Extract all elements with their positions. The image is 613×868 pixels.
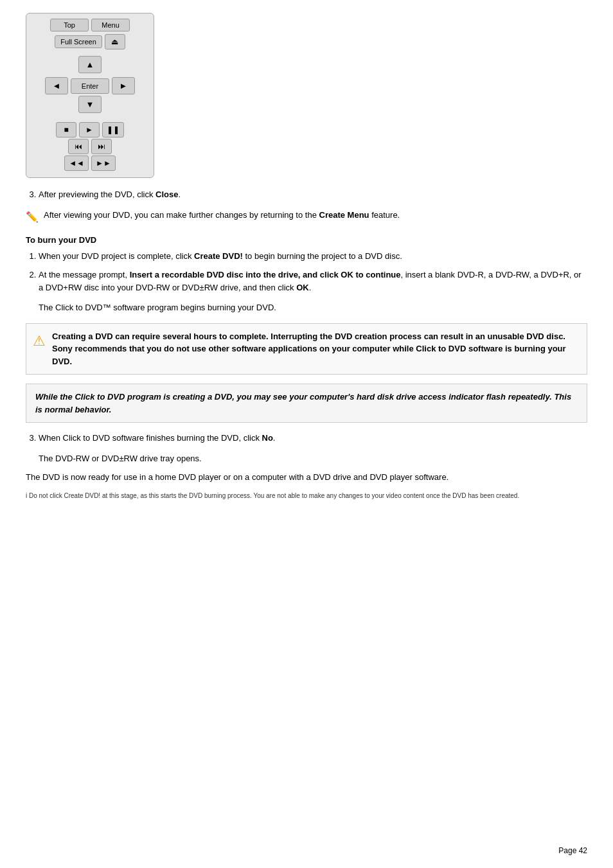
- burn-steps-list: When your DVD project is complete, click…: [26, 250, 587, 294]
- footnote: i Do not click Create DVD! at this stage…: [26, 492, 587, 500]
- remote-nav-section: ▲ ◄ Enter ► ▼: [31, 56, 148, 116]
- note1-end: feature.: [369, 210, 400, 220]
- click-to-dvd-para: The Click to DVD™ software program begin…: [39, 301, 587, 314]
- remote-left-button[interactable]: ◄: [45, 77, 68, 94]
- burn-step2-end: .: [309, 283, 312, 292]
- drive-tray-text: The DVD-RW or DVD±RW drive tray opens.: [39, 452, 587, 465]
- step3-end: .: [178, 190, 181, 199]
- note-pencil-icon: ✏️: [26, 209, 39, 225]
- remote-rewind-button[interactable]: ◄◄: [64, 155, 89, 171]
- step3-bold: Close: [155, 190, 178, 199]
- burn-step-3: When Click to DVD software finishes burn…: [39, 432, 587, 445]
- remote-fullscreen-button[interactable]: Full Screen: [55, 35, 102, 48]
- burn-step2-bold: Insert a recordable DVD disc into the dr…: [130, 270, 401, 279]
- remote-menu-button[interactable]: Menu: [91, 19, 130, 31]
- burn-steps-list-2: When Click to DVD software finishes burn…: [26, 432, 587, 445]
- burn-step1-after: to begin burning the project to a DVD di…: [243, 251, 402, 261]
- warning-text: Creating a DVD can require several hours…: [52, 330, 580, 368]
- remote-stop-button[interactable]: ■: [56, 122, 76, 137]
- info-text: While the Click to DVD program is creati…: [35, 392, 571, 414]
- burn-step1-bold: Create DVD!: [194, 251, 243, 261]
- remote-right-button[interactable]: ►: [112, 77, 135, 94]
- remote-play-button[interactable]: ►: [79, 122, 100, 137]
- step-3-preview: After previewing the DVD, click Close.: [39, 188, 587, 201]
- burn-step2-ok: OK: [296, 283, 309, 292]
- warning-icon: ⚠: [33, 330, 46, 351]
- page-number: Page 42: [558, 846, 587, 855]
- note-create-menu: ✏️ After viewing your DVD, you can make …: [26, 209, 587, 225]
- remote-down-button[interactable]: ▼: [78, 96, 102, 113]
- final-para: The DVD is now ready for use in a home D…: [26, 471, 587, 484]
- burn-step-2: At the message prompt, Insert a recordab…: [39, 269, 587, 294]
- dvd-remote-widget: Top Menu Full Screen ⏏ ▲ ◄ Enter ► ▼: [26, 13, 154, 178]
- remote-eject-button[interactable]: ⏏: [105, 34, 125, 49]
- warning-text-content: Creating a DVD can require several hours…: [52, 332, 566, 366]
- remote-next-chapter-button[interactable]: ⏭: [91, 139, 112, 154]
- burn-step1-before: When your DVD project is complete, click: [39, 251, 194, 261]
- burn-section-heading: To burn your DVD: [26, 235, 587, 245]
- remote-enter-button[interactable]: Enter: [71, 78, 109, 94]
- remote-up-button[interactable]: ▲: [78, 56, 102, 73]
- remote-top-button[interactable]: Top: [50, 19, 89, 31]
- step3-text: After previewing the DVD, click: [39, 190, 155, 199]
- burn-step3-end: .: [273, 433, 276, 443]
- burn-step3-bold: No: [262, 433, 273, 443]
- remote-prev-chapter-button[interactable]: ⏮: [68, 139, 89, 154]
- burn-step2-before: At the message prompt,: [39, 270, 130, 279]
- burn-step-1: When your DVD project is complete, click…: [39, 250, 587, 263]
- remote-pause-button[interactable]: ❚❚: [102, 122, 124, 137]
- warning-box: ⚠ Creating a DVD can require several hou…: [26, 323, 587, 375]
- note1-bold: Create Menu: [319, 210, 369, 220]
- note-text: After viewing your DVD, you can make fur…: [44, 209, 400, 222]
- remote-ff-button[interactable]: ►►: [91, 155, 116, 171]
- info-box: While the Click to DVD program is creati…: [26, 384, 587, 423]
- burn-step3-before: When Click to DVD software finishes burn…: [39, 433, 262, 443]
- note1-text: After viewing your DVD, you can make fur…: [44, 210, 319, 220]
